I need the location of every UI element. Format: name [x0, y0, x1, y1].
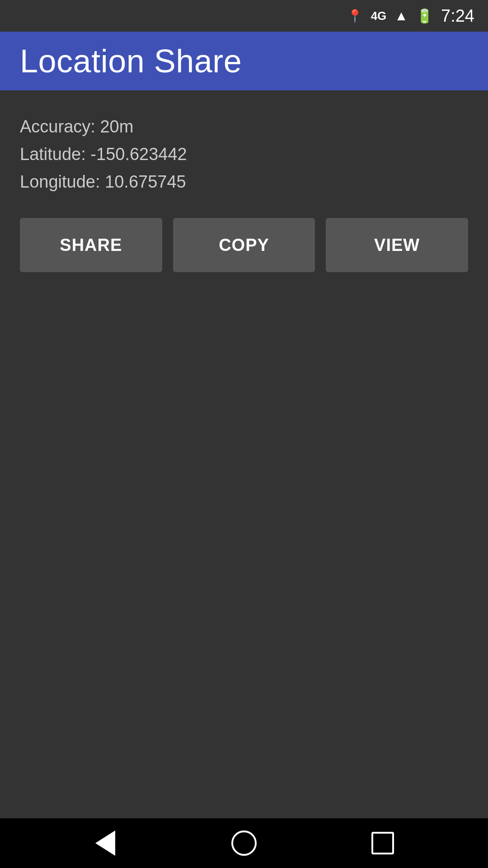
status-time: 7:24	[441, 6, 474, 26]
nav-bar	[0, 818, 488, 868]
recents-button[interactable]	[365, 825, 401, 861]
back-button[interactable]	[87, 825, 123, 861]
signal-bars-icon: ▲	[394, 8, 408, 24]
location-info: Accuracy: 20m Latitude: -150.623442 Long…	[20, 113, 468, 195]
status-icons: 📍 4G ▲ 🔋 7:24	[347, 6, 474, 26]
back-icon	[95, 830, 115, 856]
app-title: Location Share	[20, 42, 242, 80]
share-button[interactable]: SHARE	[20, 218, 162, 272]
battery-icon: 🔋	[416, 8, 433, 24]
copy-button[interactable]: COPY	[173, 218, 315, 272]
main-content: Accuracy: 20m Latitude: -150.623442 Long…	[0, 90, 488, 818]
recents-icon	[371, 832, 394, 854]
view-button[interactable]: VIEW	[326, 218, 468, 272]
status-bar: 📍 4G ▲ 🔋 7:24	[0, 0, 488, 32]
action-buttons-row: SHARE COPY VIEW	[20, 218, 468, 272]
home-icon	[231, 830, 257, 856]
latitude-text: Latitude: -150.623442	[20, 141, 468, 168]
network-type-label: 4G	[371, 9, 387, 23]
location-pin-icon: 📍	[347, 9, 363, 24]
app-bar: Location Share	[0, 32, 488, 90]
accuracy-text: Accuracy: 20m	[20, 113, 468, 141]
home-button[interactable]	[226, 825, 262, 861]
longitude-text: Longitude: 10.675745	[20, 168, 468, 196]
